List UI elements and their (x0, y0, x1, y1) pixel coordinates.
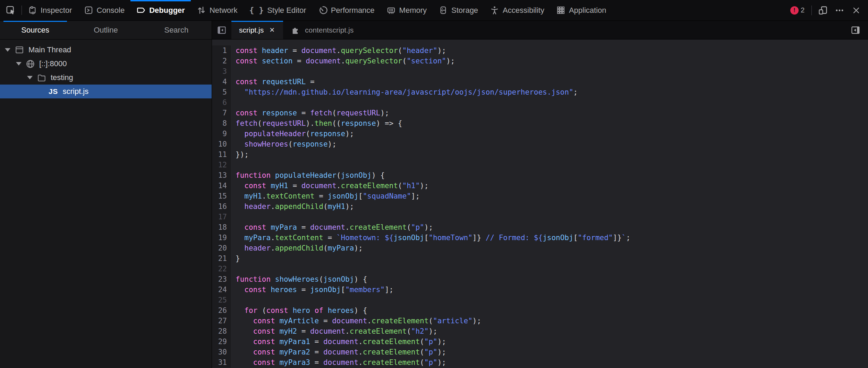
tab-inspector[interactable]: Inspector (22, 0, 78, 20)
line-number[interactable]: 23 (212, 274, 231, 284)
line-number[interactable]: 1 (212, 45, 231, 56)
code-text[interactable]: const myH1 = document.createElement("h1"… (231, 181, 428, 191)
line-number[interactable]: 20 (212, 243, 231, 253)
code-text[interactable] (231, 264, 236, 274)
tree-row-testing-folder[interactable]: testing (0, 71, 212, 85)
code-line: 28 const myH2 = document.createElement("… (212, 326, 868, 336)
tab-label: Outline (94, 26, 118, 35)
line-number[interactable]: 27 (212, 316, 231, 326)
code-text[interactable]: const myH2 = document.createElement("h2"… (231, 326, 437, 336)
code-line: 30 const myPara2 = document.createElemen… (212, 347, 868, 357)
collapse-right-pane-button[interactable] (847, 21, 864, 40)
line-number[interactable]: 3 (212, 66, 231, 77)
code-text[interactable] (231, 66, 236, 77)
code-text[interactable]: const requestURL = (231, 77, 315, 87)
tab-accessibility[interactable]: Accessibility (484, 0, 550, 20)
meatball-menu-button[interactable] (831, 0, 848, 21)
error-badge[interactable]: ! 2 (786, 6, 809, 15)
code-text[interactable]: myH1.textContent = jsonObj["squadName"]; (231, 191, 420, 201)
sources-panel-header: Sources Outline Search (0, 21, 212, 39)
tab-application[interactable]: Application (550, 0, 612, 20)
chevron-down-icon[interactable] (27, 76, 33, 79)
tab-style-editor[interactable]: { } Style Editor (244, 0, 312, 20)
line-number[interactable]: 25 (212, 295, 231, 305)
line-number[interactable]: 29 (212, 336, 231, 347)
editor-tab-contentscript-js[interactable]: contentscript.js (283, 21, 361, 39)
line-number[interactable]: 18 (212, 222, 231, 233)
code-text[interactable]: "https://mdn.github.io/learning-area/jav… (231, 87, 578, 97)
line-number[interactable]: 4 (212, 77, 231, 87)
line-number[interactable]: 16 (212, 201, 231, 212)
line-number[interactable]: 6 (212, 97, 231, 108)
tab-label: Accessibility (503, 6, 544, 15)
line-number[interactable]: 19 (212, 233, 231, 243)
code-text[interactable]: header.appendChild(myH1); (231, 201, 354, 212)
chevron-down-icon[interactable] (5, 48, 10, 52)
code-text[interactable] (231, 295, 236, 305)
line-number[interactable]: 15 (212, 191, 231, 201)
code-text[interactable]: }); (231, 149, 249, 160)
tab-storage[interactable]: Storage (433, 0, 484, 20)
collapse-sources-pane-button[interactable] (212, 21, 231, 39)
close-devtools-button[interactable] (848, 0, 865, 21)
code-text[interactable]: populateHeader(response); (231, 129, 354, 139)
line-number[interactable]: 5 (212, 87, 231, 97)
code-text[interactable]: const myPara3 = document.createElement("… (231, 357, 446, 368)
line-number[interactable]: 28 (212, 326, 231, 336)
line-number[interactable]: 31 (212, 357, 231, 368)
tab-console[interactable]: Console (78, 0, 131, 20)
tab-network[interactable]: Network (191, 0, 244, 20)
tree-row-main-thread[interactable]: Main Thread (0, 43, 212, 57)
line-number[interactable]: 13 (212, 170, 231, 181)
line-number[interactable]: 2 (212, 56, 231, 66)
code-text[interactable]: header.appendChild(myPara); (231, 243, 363, 253)
tab-performance[interactable]: Performance (312, 0, 381, 20)
code-text[interactable]: const myPara1 = document.createElement("… (231, 336, 446, 347)
tab-debugger[interactable]: Debugger (130, 0, 191, 20)
code-text[interactable]: showHeroes(response); (231, 139, 337, 149)
code-text[interactable]: const response = fetch(requestURL); (231, 108, 389, 118)
responsive-design-mode-button[interactable] (815, 0, 831, 21)
pick-element-button[interactable] (0, 0, 22, 20)
line-number[interactable]: 7 (212, 108, 231, 118)
code-editor[interactable]: 1const header = document.querySelector("… (212, 40, 868, 368)
line-number[interactable]: 11 (212, 149, 231, 160)
line-number[interactable]: 30 (212, 347, 231, 357)
line-number[interactable]: 22 (212, 264, 231, 274)
tab-outline[interactable]: Outline (70, 21, 141, 39)
code-text[interactable]: const heroes = jsonObj["members"]; (231, 284, 393, 295)
code-line: 25 (212, 295, 868, 305)
tab-search[interactable]: Search (141, 21, 212, 39)
line-number[interactable]: 24 (212, 284, 231, 295)
close-tab-icon[interactable]: ✕ (269, 25, 275, 35)
line-number[interactable]: 17 (212, 212, 231, 222)
code-text[interactable]: const section = document.querySelector("… (231, 56, 455, 66)
line-number[interactable]: 26 (212, 305, 231, 316)
line-number[interactable]: 21 (212, 253, 231, 264)
code-text[interactable]: const myArticle = document.createElement… (231, 316, 481, 326)
code-text[interactable]: fetch(requestURL).then((response) => { (231, 118, 402, 129)
tab-sources[interactable]: Sources (0, 21, 70, 39)
tab-memory[interactable]: Memory (381, 0, 433, 20)
line-number[interactable]: 12 (212, 160, 231, 170)
code-text[interactable]: const header = document.querySelector("h… (231, 45, 446, 56)
line-number[interactable]: 8 (212, 118, 231, 129)
line-number[interactable]: 10 (212, 139, 231, 149)
code-text[interactable] (231, 97, 236, 108)
code-text[interactable] (231, 160, 236, 170)
tree-row-script-js[interactable]: JS script.js (0, 85, 212, 98)
code-line: 16 header.appendChild(myH1); (212, 201, 868, 212)
code-text[interactable]: const myPara2 = document.createElement("… (231, 347, 446, 357)
code-text[interactable] (231, 212, 236, 222)
chevron-down-icon[interactable] (16, 62, 22, 65)
code-text[interactable]: myPara.textContent = `Hometown: ${jsonOb… (231, 233, 630, 243)
tree-row-host[interactable]: [::]:8000 (0, 57, 212, 71)
code-text[interactable]: function populateHeader(jsonObj) { (231, 170, 385, 181)
line-number[interactable]: 9 (212, 129, 231, 139)
code-text[interactable]: function showHeroes(jsonObj) { (231, 274, 367, 284)
code-text[interactable]: const myPara = document.createElement("p… (231, 222, 433, 233)
code-text[interactable]: for (const hero of heroes) { (231, 305, 367, 316)
editor-tab-script-js[interactable]: script.js ✕ (231, 21, 283, 39)
code-text[interactable]: } (231, 253, 240, 264)
line-number[interactable]: 14 (212, 181, 231, 191)
